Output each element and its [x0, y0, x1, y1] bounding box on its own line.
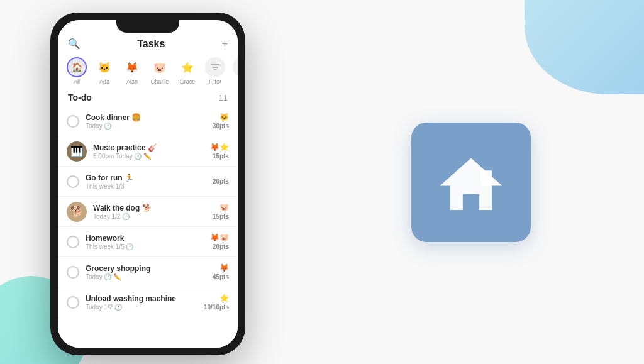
task-assignee-emoji: 🐱 [219, 113, 229, 121]
task-points: 45pts [213, 273, 229, 280]
phone-notch [116, 20, 179, 33]
task-item[interactable]: 🎹 Music practice 🎸 5:00pm Today 🕐 ✏️ 🦊⭐ … [58, 136, 238, 167]
sort-button[interactable]: Sort [231, 57, 238, 85]
task-name: Music practice 🎸 [93, 143, 204, 152]
task-assignee-emoji: 🐷 [219, 203, 229, 212]
avatar-ada[interactable]: 🐱 Ada [93, 57, 116, 85]
avatar-charlie-label: Charlie [151, 79, 169, 85]
avatar-all-label: All [74, 79, 80, 85]
task-name: Go for run 🏃 [86, 174, 206, 182]
section-header: To-do 11 [58, 90, 238, 106]
filter-button[interactable]: Filter [204, 57, 226, 85]
task-info: Unload washing machine Today 1/2 🕐 [86, 294, 197, 311]
task-points: 15pts [213, 153, 229, 160]
task-points: 10/10pts [204, 304, 229, 311]
task-meta: This week 1/3 [86, 183, 206, 190]
avatar-grace[interactable]: ⭐ Grace [176, 57, 199, 85]
task-info: Grocery shopping Today 🕐 ✏️ [86, 264, 206, 280]
avatar-grace-circle: ⭐ [177, 57, 197, 77]
task-info: Go for run 🏃 This week 1/3 [86, 174, 206, 190]
avatar-all-circle: 🏠 [67, 57, 87, 77]
page-title: Tasks [137, 38, 165, 50]
avatar-alan[interactable]: 🦊 Alan [121, 57, 143, 85]
task-avatar: 🎹 [67, 141, 87, 162]
phone-outer: 🔍 Tasks + 🏠 All 🐱 Ada 🦊 [50, 13, 245, 355]
task-checkbox[interactable] [67, 115, 79, 128]
task-checkbox[interactable] [67, 236, 79, 248]
filter-circle [205, 57, 225, 77]
task-meta: Today 🕐 ✏️ [86, 273, 206, 280]
task-assignee-emoji: 🦊⭐ [210, 143, 229, 152]
task-points: 30pts [213, 123, 229, 130]
sort-circle [233, 57, 238, 77]
phone-device: 🔍 Tasks + 🏠 All 🐱 Ada 🦊 [50, 13, 245, 355]
task-right: 🦊 45pts [213, 263, 229, 280]
phone-screen: 🔍 Tasks + 🏠 All 🐱 Ada 🦊 [58, 20, 238, 348]
task-meta: Today 1/2 🕐 [93, 213, 206, 220]
task-checkbox[interactable] [67, 266, 79, 279]
task-right: 🦊🐷 20pts [210, 233, 229, 250]
home-icon [436, 148, 506, 217]
task-avatar: 🐕 [67, 202, 87, 222]
task-item[interactable]: 🐕 Walk the dog 🐕 Today 1/2 🕐 🐷 15pts [58, 197, 238, 227]
task-name: Unload washing machine [86, 294, 197, 303]
task-assignee-emoji: ⭐ [219, 294, 229, 302]
svg-rect-2 [480, 170, 492, 185]
task-points: 20pts [213, 243, 229, 250]
add-button[interactable]: + [222, 38, 228, 50]
task-meta: Today 🕐 [86, 123, 206, 130]
task-checkbox[interactable] [67, 175, 79, 188]
task-right: ⭐ 10/10pts [204, 294, 229, 311]
section-count: 11 [219, 93, 228, 102]
task-checkbox[interactable] [67, 296, 79, 309]
task-item[interactable]: Grocery shopping Today 🕐 ✏️ 🦊 45pts [58, 257, 238, 287]
avatar-ada-circle: 🐱 [94, 57, 114, 77]
task-info: Cook dinner 🍔 Today 🕐 [86, 113, 206, 130]
section-title: To-do [68, 92, 92, 102]
task-meta: 5:00pm Today 🕐 ✏️ [93, 153, 204, 160]
avatars-row: 🏠 All 🐱 Ada 🦊 Alan 🐷 Charlie [58, 55, 238, 90]
bg-blob-blue [525, 0, 644, 94]
task-assignee-emoji: 🦊🐷 [210, 233, 229, 242]
filter-label: Filter [209, 79, 221, 85]
avatar-alan-circle: 🦊 [122, 57, 142, 77]
task-item[interactable]: Homework This week 1/5 🕐 🦊🐷 20pts [58, 227, 238, 257]
task-meta: Today 1/2 🕐 [86, 304, 197, 311]
home-card [411, 123, 531, 242]
task-meta: This week 1/5 🕐 [86, 243, 204, 250]
task-list: Cook dinner 🍔 Today 🕐 🐱 30pts 🎹 Music pr… [58, 106, 238, 317]
task-points: 20pts [213, 178, 229, 185]
svg-rect-1 [465, 194, 477, 209]
task-assignee-emoji: 🦊 [219, 263, 229, 272]
avatar-all[interactable]: 🏠 All [65, 57, 88, 85]
task-name: Grocery shopping [86, 264, 206, 273]
avatar-grace-label: Grace [180, 79, 196, 85]
task-right: 🐷 15pts [213, 203, 229, 220]
task-right: 🦊⭐ 15pts [210, 143, 229, 160]
task-name: Homework [86, 234, 204, 243]
task-item[interactable]: Cook dinner 🍔 Today 🕐 🐱 30pts [58, 106, 238, 136]
avatar-charlie[interactable]: 🐷 Charlie [148, 57, 171, 85]
avatar-ada-label: Ada [99, 79, 109, 85]
task-right: 🐱 30pts [213, 113, 229, 130]
task-info: Walk the dog 🐕 Today 1/2 🕐 [93, 204, 206, 220]
task-info: Music practice 🎸 5:00pm Today 🕐 ✏️ [93, 143, 204, 160]
task-name: Walk the dog 🐕 [93, 204, 206, 212]
task-info: Homework This week 1/5 🕐 [86, 234, 204, 250]
app-content: 🔍 Tasks + 🏠 All 🐱 Ada 🦊 [58, 20, 238, 348]
search-icon[interactable]: 🔍 [68, 38, 80, 50]
avatar-charlie-circle: 🐷 [150, 57, 170, 77]
avatar-alan-label: Alan [126, 79, 138, 85]
task-item[interactable]: Go for run 🏃 This week 1/3 20pts [58, 167, 238, 197]
task-right: 20pts [213, 178, 229, 185]
task-item[interactable]: Unload washing machine Today 1/2 🕐 ⭐ 10/… [58, 287, 238, 317]
task-name: Cook dinner 🍔 [86, 113, 206, 122]
task-points: 15pts [213, 213, 229, 220]
